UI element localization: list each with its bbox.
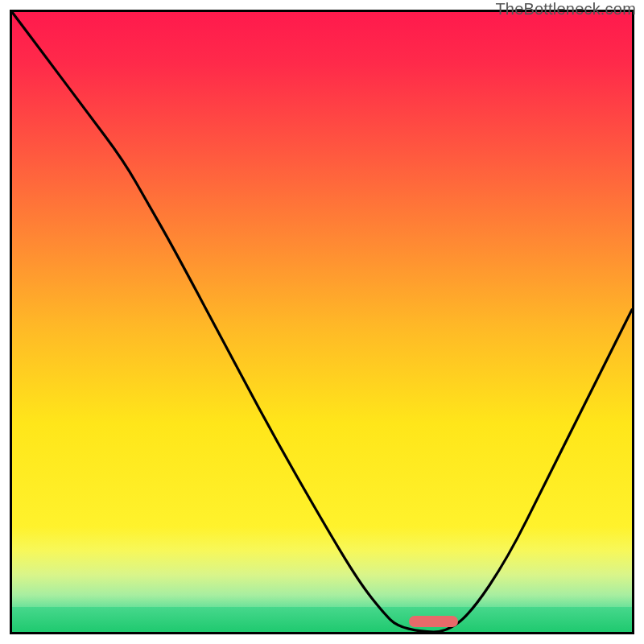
plot-area [10, 10, 634, 634]
bottleneck-curve [12, 12, 632, 632]
curve-layer [12, 12, 632, 632]
watermark-text: TheBottleneck.com [495, 0, 636, 19]
optimum-marker [409, 616, 459, 627]
chart-stage: TheBottleneck.com [0, 0, 644, 644]
